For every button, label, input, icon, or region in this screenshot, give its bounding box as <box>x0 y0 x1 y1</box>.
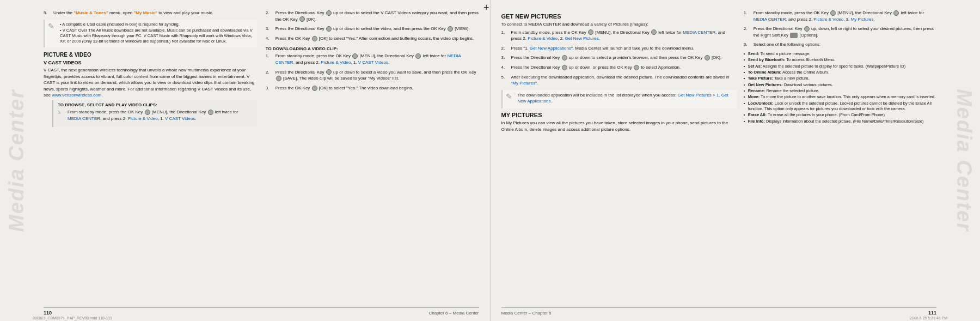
option-get-new-pictures: Get New Pictures: Download various pictu… <box>744 82 936 88</box>
right-col-left: GET NEW PICTURES To connect to MEDIA CEN… <box>501 10 737 134</box>
step-5-num: 5. <box>44 10 53 18</box>
step-5-item: 5. Under the "Music & Tones" menu, open … <box>44 10 257 18</box>
dir-btn-gnp1 <box>651 29 657 35</box>
pic-video-gnp1: Picture & Video <box>528 36 558 41</box>
dir-btn-icon <box>208 110 213 115</box>
ok-btn-dl2 <box>276 76 281 81</box>
gnp-step-1: 1. From standby mode, press the OK Key [… <box>501 29 737 44</box>
production-bar-right: 2008.8.25 5:31:48 PM <box>910 316 947 320</box>
dl-step-3: 3. Press the OK Key [OK] to select "Yes.… <box>266 85 479 93</box>
my-music-link: "My Music" <box>134 10 158 15</box>
dir-btn-3 <box>326 26 332 32</box>
option-erase-all: Erase All: To erase all the pictures in … <box>744 112 936 118</box>
gnp-step-2-num: 2. <box>501 45 511 53</box>
get-new-link: Get New Pictures <box>565 36 599 41</box>
dl-step-2: 2. Press the Directional Key up or down … <box>266 69 479 83</box>
vcast-url: www.verizonwireless.com <box>52 93 101 98</box>
gnp-step-5-content: After executing the downloaded applicati… <box>511 74 737 87</box>
mypic-step-3-num: 3. <box>744 41 754 50</box>
vcast-videos-heading: V CAST VIDEOS <box>44 60 257 65</box>
gnp-step-3: 3. Press the Directional Key up or down … <box>501 54 737 63</box>
right-chapter: Media Center – Chapter 6 <box>501 311 552 316</box>
ok-btn-2 <box>299 16 305 22</box>
option-take-picture: Take Picture: Take a new picture. <box>744 76 936 81</box>
vcast-step-4-content: Press the OK Key [OK] to select "Yes." A… <box>275 35 479 42</box>
vcast-step-3: 3. Press the Directional Key up or down … <box>266 26 479 34</box>
gnp-note-box: ✎ The downloaded application will be inc… <box>501 90 737 108</box>
dir-btn-dl1 <box>415 53 421 59</box>
center-cross-icon <box>486 7 494 15</box>
dir-btn-2 <box>326 10 332 16</box>
vcast-step-2-content: Press the Directional Key up or down to … <box>275 10 479 22</box>
note-bullet-2: • V CAST Over The Air Music downloads ar… <box>60 28 254 44</box>
gnp-step-3-num: 3. <box>501 54 511 63</box>
dl-step-3-content: Press the OK Key [OK] to select "Yes." T… <box>275 85 479 92</box>
right-page: GET NEW PICTURES To connect to MEDIA CEN… <box>491 0 948 321</box>
picture-video-heading: PICTURE & VIDEO <box>44 52 257 58</box>
right-page-columns: GET NEW PICTURES To connect to MEDIA CEN… <box>501 10 937 134</box>
dl-step-1-num: 1. <box>266 53 275 67</box>
browse-heading: TO BROWSE, SELECT AND PLAY VIDEO CLIPS: <box>58 102 253 107</box>
watermark-left-text: Media Center <box>5 89 28 232</box>
left-page-footer: 110 Chapter 6 – Media Center <box>44 307 479 316</box>
download-heading: TO DOWNLOADING A VIDEO CLIP: <box>266 46 479 51</box>
dl-step-3-num: 3. <box>266 85 275 93</box>
picture-video-link: Picture & Video <box>128 116 158 121</box>
ok-btn-gnp3 <box>705 55 710 60</box>
dir-btn-mypic1 <box>893 10 899 16</box>
vcast-step-4-num: 4. <box>266 35 275 44</box>
browse-step-1-num: 1. <box>58 109 68 123</box>
vcast-dl1: V CAST Videos <box>358 60 388 65</box>
ok-btn-gnp4 <box>634 65 639 70</box>
vcast-videos-link: V CAST Videos <box>165 116 195 121</box>
production-bar: 080803_CDM8975_RAP_REV00.indd 110-111 20… <box>33 316 947 320</box>
mypic-step-3-content: Select one of the following options: <box>754 41 936 48</box>
options-list: Send: To send a picture message. Send by… <box>744 51 936 124</box>
get-new-pictures-link-note: Get New Pictures > 1. Get New Applicatio… <box>518 93 728 104</box>
gnp-step-4: 4. Press the Directional Key up or down,… <box>501 64 737 72</box>
pic-video-mypic1: Picture & Video <box>813 17 843 22</box>
gnp-step-1-num: 1. <box>501 29 511 44</box>
gnp-note-icon: ✎ <box>506 92 516 102</box>
watermark-right-text: Media Center <box>952 89 976 232</box>
mypic-step-2: 2. Press the Directional Key up, down, l… <box>744 26 936 40</box>
my-pictures-mypic1: My Pictures <box>851 17 874 22</box>
left-page-num: 110 <box>44 310 52 316</box>
dl-step-1: 1. From standby mode, press the OK Key [… <box>266 53 479 67</box>
vcast-body: V CAST, the next generation wireless tec… <box>44 67 257 99</box>
right-page-num: 111 <box>928 310 936 316</box>
production-bar-left: 080803_CDM8975_RAP_REV00.indd 110-111 <box>33 316 112 320</box>
ok-btn-icon <box>145 110 150 115</box>
ok-btn-dl3 <box>312 86 317 91</box>
gnp-step-5-num: 5. <box>501 74 511 88</box>
dl-step-2-content: Press the Directional Key up or down to … <box>275 69 479 82</box>
dir-btn-gnp3 <box>562 55 567 60</box>
mypic-step-2-content: Press the Directional Key up, down, left… <box>754 26 936 38</box>
left-page: 5. Under the "Music & Tones" menu, open … <box>33 0 491 321</box>
option-set-as: Set As: Assigns the selected picture to … <box>744 64 936 69</box>
mypic-step-3: 3. Select one of the following options: <box>744 41 936 50</box>
dl-step-2-num: 2. <box>266 69 275 83</box>
browse-section: TO BROWSE, SELECT AND PLAY VIDEO CLIPS: … <box>52 100 257 127</box>
left-chapter: Chapter 6 – Media Center <box>428 311 479 316</box>
watermark-left: Media Center <box>0 0 33 321</box>
mypic-step-1-num: 1. <box>744 10 754 24</box>
left-col-left: 5. Under the "Music & Tones" menu, open … <box>44 10 257 127</box>
mypic-step-1: 1. From standby mode, press the OK Key [… <box>744 10 936 24</box>
ok-btn-mypic1 <box>830 10 836 16</box>
get-new-pictures-intro: To connect to MEDIA CENTER and download … <box>501 21 737 28</box>
vcast-step-3-num: 3. <box>266 26 275 34</box>
mypic-step-2-num: 2. <box>744 26 754 40</box>
note-content: • A compatible USB cable (included in-bo… <box>60 22 254 46</box>
my-pictures-body: In My Pictures you can view all the pict… <box>501 120 737 132</box>
option-send: Send: To send a picture message. <box>744 51 936 57</box>
vcast-step-2: 2. Press the Directional Key up or down … <box>266 10 479 24</box>
main-content: 5. Under the "Music & Tones" menu, open … <box>33 0 947 321</box>
dl-step-1-content: From standby mode, press the OK Key [MEN… <box>275 53 479 65</box>
note-bullet-1: • A compatible USB cable (included in-bo… <box>60 22 254 27</box>
gnp-note-text: The downloaded application will be inclu… <box>518 92 734 105</box>
media-center-mypic1: MEDIA CENTER <box>754 17 786 22</box>
music-tones-link: "Music & Tones" <box>74 10 108 15</box>
get-new-pictures-heading: GET NEW PICTURES <box>501 13 737 20</box>
ok-btn-3 <box>448 26 453 32</box>
